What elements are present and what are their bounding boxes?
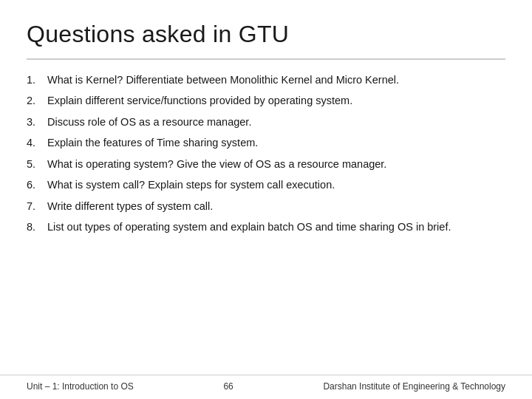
questions-list: 1.What is Kernel? Differentiate between …	[27, 72, 505, 236]
footer: Unit – 1: Introduction to OS 66 Darshan …	[0, 375, 532, 399]
item-number: 4.	[27, 134, 47, 151]
page-title: Questions asked in GTU	[27, 21, 505, 48]
item-text: What is system call? Explain steps for s…	[47, 177, 505, 193]
item-text: Explain the features of Time sharing sys…	[47, 134, 505, 151]
list-item: 3.Discuss role of OS as a resource manag…	[27, 114, 505, 130]
footer-institute: Darshan Institute of Engineering & Techn…	[323, 381, 505, 392]
item-number: 7.	[27, 198, 47, 214]
list-item: 8.List out types of operating system and…	[27, 219, 505, 235]
item-number: 6.	[27, 177, 47, 193]
list-item: 6.What is system call? Explain steps for…	[27, 177, 505, 193]
title-divider	[27, 58, 505, 60]
footer-unit: Unit – 1: Introduction to OS	[27, 381, 134, 392]
item-number: 5.	[27, 156, 47, 172]
item-number: 2.	[27, 92, 47, 109]
list-item: 4.Explain the features of Time sharing s…	[27, 134, 505, 151]
list-item: 7.Write different types of system call.	[27, 198, 505, 214]
item-number: 3.	[27, 114, 47, 130]
item-number: 8.	[27, 219, 47, 235]
main-content: Questions asked in GTU 1.What is Kernel?…	[0, 0, 532, 375]
item-text: List out types of operating system and e…	[47, 219, 505, 235]
list-item: 1.What is Kernel? Differentiate between …	[27, 72, 505, 88]
item-number: 1.	[27, 72, 47, 88]
footer-page-number: 66	[223, 381, 233, 392]
item-text: Explain different service/functions prov…	[47, 92, 505, 109]
list-item: 5.What is operating system? Give the vie…	[27, 156, 505, 172]
item-text: What is operating system? Give the view …	[47, 156, 505, 172]
item-text: What is Kernel? Differentiate between Mo…	[47, 72, 505, 88]
list-item: 2.Explain different service/functions pr…	[27, 92, 505, 109]
item-text: Write different types of system call.	[47, 198, 505, 214]
item-text: Discuss role of OS as a resource manager…	[47, 114, 505, 130]
